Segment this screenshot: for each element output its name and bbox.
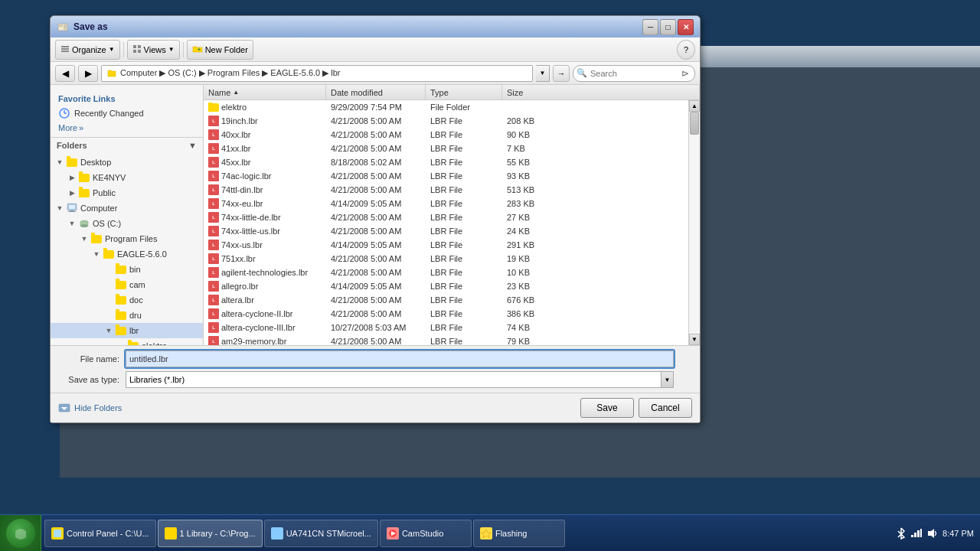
taskbar-item-ua741[interactable]: UA741CN STMicroel... (264, 520, 378, 547)
file-row[interactable]: Laltera-cyclone-II.lbr4/21/2008 5:00 AML… (204, 307, 688, 321)
views-label: Views (144, 45, 166, 54)
start-button[interactable] (0, 515, 41, 552)
maximize-button[interactable]: □ (660, 19, 676, 35)
file-row[interactable]: Lam29-memory.lbr4/21/2008 5:00 AMLBR Fil… (204, 334, 688, 345)
address-dropdown-button[interactable]: ▼ (536, 65, 550, 82)
file-cell-name: elektro (204, 103, 326, 112)
lbr-icon: L (208, 322, 219, 333)
scroll-up-button[interactable]: ▲ (689, 100, 700, 112)
tree-item-ke4nyv[interactable]: ▶ KE4NYV (51, 170, 203, 185)
file-name-cell: 40xx.lbr (221, 130, 251, 139)
close-button[interactable]: ✕ (678, 19, 694, 35)
taskbar-item-flashing[interactable]: Flashing (473, 520, 565, 547)
file-row[interactable]: L74ac-logic.lbr4/21/2008 5:00 AMLBR File… (204, 169, 688, 183)
tree-item-eagle[interactable]: ▼ EAGLE-5.6.0 (51, 246, 203, 262)
back-button[interactable]: ◀ (55, 65, 75, 82)
taskbar-item-library[interactable]: 1 Library - C:\Prog... (158, 520, 263, 547)
help-button[interactable]: ? (677, 40, 695, 60)
cancel-button[interactable]: Cancel (639, 398, 692, 418)
new-folder-button[interactable]: New Folder (187, 40, 253, 60)
file-row[interactable]: L74xx-eu.lbr4/14/2009 5:05 AMLBR File283… (204, 197, 688, 210)
tree-item-desktop[interactable]: ▼ Desktop (51, 155, 203, 170)
file-cell-name: Laltera-cyclone-III.lbr (204, 322, 326, 333)
views-dropdown-icon: ▼ (168, 46, 175, 53)
organize-button[interactable]: Organize ▼ (55, 40, 120, 60)
tree-item-doc[interactable]: doc (51, 292, 203, 308)
file-row[interactable]: L751xx.lbr4/21/2008 5:00 AMLBR File19 KB (204, 252, 688, 266)
scroll-down-button[interactable]: ▼ (689, 334, 700, 345)
tree-item-elektro[interactable]: elektro (51, 338, 203, 345)
lbr-icon: L (208, 267, 219, 278)
file-size-cell: 24 KB (502, 227, 688, 236)
address-go-button[interactable]: → (553, 65, 570, 82)
file-date-cell: 4/14/2009 5:05 AM (326, 199, 426, 208)
tree-expander-doc (103, 294, 115, 306)
col-date-header[interactable]: Date modified (326, 85, 426, 99)
file-row[interactable]: elektro9/29/2009 7:54 PMFile Folder (204, 100, 688, 114)
search-input[interactable] (590, 69, 676, 78)
file-row[interactable]: L19inch.lbr4/21/2008 5:00 AMLBR File208 … (204, 114, 688, 128)
file-type-select[interactable]: Libraries (*.lbr) ▼ (126, 371, 674, 388)
tree-expander-eagle: ▼ (90, 248, 103, 260)
tree-icon-public (78, 187, 90, 198)
file-list-scrollbar[interactable]: ▲ ▼ (688, 100, 700, 345)
search-submit-button[interactable]: ⊳ (679, 67, 691, 80)
file-row[interactable]: L45xx.lbr8/18/2008 5:02 AMLBR File55 KB (204, 155, 688, 169)
file-date-cell: 4/21/2008 5:00 AM (326, 171, 426, 181)
folder-icon (208, 103, 219, 112)
file-row[interactable]: L74xx-us.lbr4/14/2009 5:05 AMLBR File291… (204, 238, 688, 252)
forward-button[interactable]: ▶ (78, 65, 98, 82)
file-row[interactable]: Laltera-cyclone-III.lbr10/27/2008 5:03 A… (204, 321, 688, 334)
views-icon (132, 44, 142, 55)
scroll-track[interactable] (689, 112, 700, 334)
file-row[interactable]: L41xx.lbr4/21/2008 5:00 AMLBR File7 KB (204, 142, 688, 155)
tree-item-cam[interactable]: cam (51, 277, 203, 292)
file-row[interactable]: L74xx-little-us.lbr4/21/2008 5:00 AMLBR … (204, 224, 688, 238)
file-row[interactable]: L74xx-little-de.lbr4/21/2008 5:00 AMLBR … (204, 210, 688, 224)
taskbar-item-camstudio[interactable]: CamStudio (380, 520, 472, 547)
address-path[interactable]: Computer ▶ OS (C:) ▶ Program Files ▶ EAG… (101, 65, 533, 82)
tree-icon-eagle (103, 249, 115, 259)
tree-item-programfiles[interactable]: ▼ Program Files (51, 231, 203, 246)
file-type-cell: LBR File (426, 130, 502, 139)
lbr-icon: L (208, 336, 219, 345)
col-size-header[interactable]: Size (502, 85, 700, 99)
hide-folders-button[interactable]: Hide Folders (58, 402, 122, 414)
tree-expander-osc: ▼ (66, 217, 78, 230)
tree-item-lbr[interactable]: ▼ lbr (51, 323, 203, 338)
save-button[interactable]: Save (580, 398, 634, 418)
taskbar-item-control-panel[interactable]: Control Panel - C:\U... (44, 520, 156, 547)
tree-item-osc[interactable]: ▼ OS (C:) (51, 216, 203, 231)
col-type-header[interactable]: Type (426, 85, 502, 99)
file-row[interactable]: Lagilent-technologies.lbr4/21/2008 5:00 … (204, 266, 688, 279)
file-cell-name: L74xx-little-de.lbr (204, 212, 326, 223)
scroll-thumb[interactable] (690, 112, 699, 135)
more-link[interactable]: More » (51, 122, 203, 134)
file-row[interactable]: Laltera.lbr4/21/2008 5:00 AMLBR File676 … (204, 293, 688, 307)
file-row[interactable]: L74ttl-din.lbr4/21/2008 5:00 AMLBR File5… (204, 183, 688, 197)
tree-icon-bin (115, 264, 127, 275)
tree-item-public[interactable]: ▶ Public (51, 185, 203, 201)
file-row[interactable]: L40xx.lbr4/21/2008 5:00 AMLBR File90 KB (204, 128, 688, 142)
tree-icon-elektro (127, 341, 139, 345)
lbr-icon: L (208, 253, 219, 264)
file-type-cell: LBR File (426, 254, 502, 263)
svg-rect-11 (198, 47, 199, 51)
file-row[interactable]: Lallegro.lbr4/14/2009 5:05 AMLBR File23 … (204, 279, 688, 293)
file-name-label: File name: (58, 354, 119, 364)
tree-item-computer[interactable]: ▼ Computer (51, 201, 203, 216)
svg-marker-35 (928, 529, 934, 538)
minimize-button[interactable]: ─ (642, 19, 658, 35)
file-name-input[interactable] (126, 350, 674, 367)
file-size-cell: 676 KB (502, 295, 688, 305)
tray-icon-volume[interactable] (926, 527, 938, 540)
views-button[interactable]: Views ▼ (127, 40, 180, 60)
tree-item-dru[interactable]: dru (51, 308, 203, 323)
folders-header[interactable]: Folders ▼ (51, 137, 203, 153)
file-list-header: Name ▲ Date modified Type Size (204, 85, 700, 100)
dialog-title: Save as (74, 21, 642, 32)
col-name-header[interactable]: Name ▲ (204, 85, 326, 99)
file-type-dropdown-button[interactable]: ▼ (661, 372, 673, 387)
tree-item-bin[interactable]: bin (51, 262, 203, 277)
recently-changed-item[interactable]: Recently Changed (51, 105, 203, 122)
